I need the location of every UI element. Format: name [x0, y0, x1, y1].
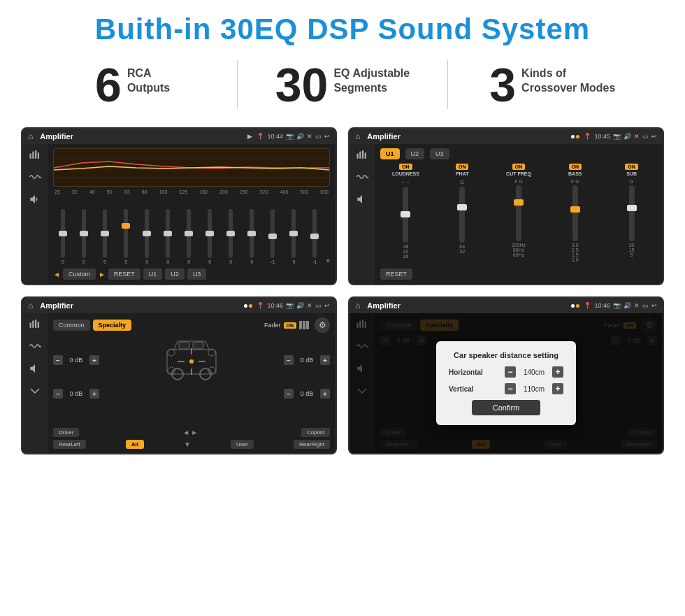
confirm-button[interactable]: Confirm — [472, 400, 541, 415]
eq-slider-8[interactable]: 0 — [200, 209, 219, 264]
eq-slider-1[interactable]: 0 — [53, 209, 73, 264]
crossover-right-minus[interactable]: − — [284, 355, 294, 365]
eq-slider-5[interactable]: 0 — [137, 209, 157, 264]
crossover-user-btn[interactable]: User — [231, 440, 254, 449]
crossover-right-plus[interactable]: + — [320, 355, 330, 365]
home-icon[interactable]: ⌂ — [28, 131, 33, 141]
crossover-screen-title: Amplifier — [40, 301, 240, 310]
crossover-specialty-tab[interactable]: Specialty — [93, 320, 132, 331]
crossover-rearright-minus[interactable]: − — [284, 389, 294, 399]
crossover-dialog-dots — [571, 304, 579, 308]
svg-rect-17 — [193, 342, 203, 349]
dialog-vertical-plus[interactable]: + — [552, 383, 563, 394]
car-svg — [160, 336, 223, 385]
amp-sidebar-eq-icon[interactable] — [354, 148, 370, 161]
amp-bass-fg: F G — [571, 179, 579, 184]
crossover-left-arrow[interactable]: ◄ — [182, 429, 189, 436]
eq-prev-btn[interactable]: ◄ — [53, 271, 60, 278]
eq-play-btn[interactable]: ► — [99, 271, 106, 278]
amp-bass-slider[interactable] — [572, 185, 578, 241]
eq-slider-11[interactable]: -1 — [263, 209, 282, 264]
crossover-location-icon: 📍 — [257, 302, 264, 309]
eq-u1-btn[interactable]: U1 — [143, 268, 163, 280]
crossover-right-arrow[interactable]: ► — [191, 429, 198, 436]
amp-u3-btn[interactable]: U3 — [430, 148, 449, 159]
crossover-down-icon[interactable]: ▼ — [184, 440, 191, 448]
crossover-rearright-btn[interactable]: RearRight — [294, 440, 330, 449]
svg-point-24 — [189, 359, 194, 364]
eq-u2-btn[interactable]: U2 — [165, 268, 185, 280]
crossover-driver-btn[interactable]: Driver — [53, 428, 79, 437]
eq-sidebar-vol-icon[interactable] — [27, 193, 43, 206]
amp-sub-label: SUB — [626, 171, 637, 176]
crossover-all-btn[interactable]: All — [126, 440, 144, 449]
eq-sidebar-eq-icon[interactable] — [27, 148, 43, 161]
amp-home-icon[interactable]: ⌂ — [355, 131, 360, 141]
crossover-sidebar-wave-icon[interactable] — [27, 340, 43, 352]
eq-custom-btn[interactable]: Custom — [63, 268, 96, 280]
amp-u2-btn[interactable]: U2 — [405, 148, 425, 159]
crossover-settings-btn[interactable]: ⚙ — [315, 317, 330, 333]
crossover-common-tab[interactable]: Common — [53, 320, 90, 331]
eq-reset-btn[interactable]: RESET — [108, 268, 140, 280]
dialog-horizontal-minus[interactable]: − — [505, 366, 516, 378]
amp-sub-group: ON SUB G 20 15 5 — [606, 164, 657, 257]
eq-slider-7[interactable]: 0 — [179, 209, 199, 264]
crossover-sidebar-expand-icon[interactable] — [27, 385, 43, 397]
amp-screen-card: ⌂ Amplifier 📍 10:45 📷 🔊 ✕ ▭ ↩ — [348, 127, 664, 285]
amp-cam-icon: 📷 — [613, 133, 621, 140]
eq-cam-icon: 📷 — [286, 133, 294, 140]
crossover-rearleft-minus[interactable]: − — [53, 389, 63, 399]
crossover-copilot-btn[interactable]: Copilot — [301, 428, 330, 437]
crossover-dot-orange — [249, 304, 252, 308]
crossover-sidebar — [22, 313, 48, 453]
eq-slider-10[interactable]: 0 — [242, 209, 261, 264]
speaker-distance-dialog-overlay: Car speaker distance setting Horizontal … — [349, 313, 663, 453]
stat-eq-label: EQ AdjustableSegments — [333, 61, 410, 96]
crossover-rearright-plus[interactable]: + — [320, 389, 330, 399]
crossover-sidebar-eq-icon[interactable] — [27, 317, 43, 330]
crossover-rearleft-btn[interactable]: RearLeft — [53, 440, 86, 449]
eq-screen-card: ⌂ Amplifier ▶ 📍 10:44 📷 🔊 ✕ ▭ ↩ — [21, 127, 337, 285]
crossover-left-minus[interactable]: − — [53, 355, 63, 365]
eq-slider-6[interactable]: 0 — [158, 209, 178, 264]
eq-sidebar-wave-icon[interactable] — [27, 171, 43, 183]
amp-sub-slider[interactable] — [629, 185, 635, 241]
eq-slider-9[interactable]: 0 — [221, 209, 240, 264]
eq-u3-btn[interactable]: U3 — [187, 268, 207, 280]
dialog-horizontal-label: Horizontal — [449, 368, 500, 376]
crossover-left-plus[interactable]: + — [89, 355, 99, 365]
crossover-sidebar-vol-icon[interactable] — [27, 362, 43, 375]
amp-phat-slider[interactable] — [459, 187, 465, 243]
crossover-vol-row2: − 0 dB + − 0 dB + — [53, 389, 330, 399]
eq-slider-13[interactable]: -1 — [305, 209, 324, 264]
eq-play-icons: ▶ — [247, 133, 252, 140]
eq-slider-4[interactable]: 5 — [116, 209, 136, 264]
dialog-vertical-minus[interactable]: − — [505, 383, 516, 394]
amp-cutfreq-slider[interactable] — [516, 185, 521, 241]
eq-status-icons: 📍 10:44 📷 🔊 ✕ ▭ ↩ — [257, 133, 330, 140]
stat-divider-2 — [447, 60, 448, 109]
crossover-home-icon[interactable]: ⌂ — [28, 301, 33, 310]
amp-loudness-label: LOUDNESS — [392, 171, 419, 176]
eq-time: 10:44 — [267, 133, 283, 140]
dialog-horizontal-plus[interactable]: + — [552, 366, 563, 378]
crossover-rearleft-plus[interactable]: + — [89, 389, 99, 399]
eq-scroll-right[interactable]: » — [326, 257, 330, 264]
amp-loudness-slider[interactable] — [403, 187, 408, 243]
amp-sidebar-wave-icon[interactable] — [354, 171, 370, 183]
amp-screen-content: U1 U2 U3 ON LOUDNESS ~ ~ 48 3 — [349, 144, 663, 284]
crossover-rearright-vol: − 0 dB + — [284, 389, 330, 399]
eq-slider-12[interactable]: 0 — [284, 209, 303, 264]
fader-bars — [299, 321, 309, 329]
eq-x-icon: ✕ — [307, 133, 312, 140]
eq-slider-3[interactable]: 0 — [95, 209, 115, 264]
amp-sidebar-vol-icon[interactable] — [354, 193, 370, 206]
crossover-rearleft-vol-val: 0 dB — [65, 390, 87, 397]
amp-u1-btn[interactable]: U1 — [380, 148, 400, 159]
amp-reset-btn[interactable]: RESET — [380, 268, 412, 280]
eq-main: 253240506380100125160200250320400500630 … — [48, 144, 336, 284]
amp-sub-on: ON — [625, 164, 638, 170]
crossover-dialog-home-icon[interactable]: ⌂ — [355, 301, 360, 310]
eq-slider-2[interactable]: 0 — [74, 209, 94, 264]
